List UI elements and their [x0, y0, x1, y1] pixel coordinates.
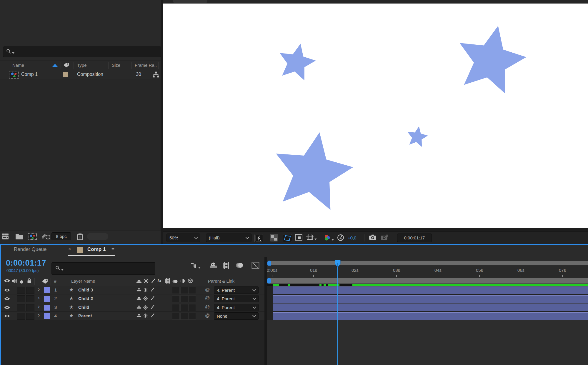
collapse-column-icon[interactable] — [144, 279, 149, 284]
time-navigator-bar[interactable] — [269, 261, 588, 265]
layer-quality-icon[interactable] — [151, 313, 155, 319]
column-type[interactable]: Type — [77, 63, 87, 68]
layer-switch-cell[interactable] — [172, 287, 180, 294]
trash-icon[interactable] — [76, 233, 84, 241]
panel-divider[interactable] — [161, 0, 163, 244]
layer-parent-dropdown[interactable]: 4. Parent — [214, 286, 259, 294]
label-column-tag-icon[interactable] — [42, 279, 48, 285]
new-folder-button[interactable] — [15, 233, 24, 241]
video-column-eye-icon[interactable] — [4, 279, 10, 284]
layer-color-swatch[interactable] — [44, 304, 50, 311]
layer-pickwhip-icon[interactable]: @ — [205, 313, 210, 318]
interpret-footage-button[interactable] — [2, 233, 11, 241]
bit-depth-button[interactable]: 8 bpc — [51, 232, 71, 240]
index-column-label[interactable]: # — [54, 279, 56, 284]
layer-switch-cell[interactable] — [180, 313, 188, 320]
layer-expand-chevron-icon[interactable]: › — [38, 312, 40, 318]
layer-shy-icon[interactable] — [136, 305, 141, 310]
layer-parent-dropdown[interactable]: 4. Parent — [214, 304, 259, 311]
playhead-line[interactable] — [337, 267, 338, 365]
layer-name[interactable]: Child — [78, 305, 89, 310]
layer-visibility-eye-icon[interactable] — [4, 314, 10, 319]
layer-lock-cell[interactable] — [26, 304, 34, 311]
work-area-bar[interactable] — [269, 278, 588, 284]
column-name[interactable]: Name — [12, 63, 24, 68]
layer-switch-cell[interactable] — [188, 287, 196, 294]
current-time-display[interactable]: 0:00:01:17 — [6, 259, 46, 268]
quality-column-icon[interactable] — [151, 278, 156, 284]
layer-expand-chevron-icon[interactable]: › — [38, 304, 40, 310]
layer-pickwhip-icon[interactable]: @ — [205, 287, 210, 292]
layer-name[interactable]: Child 3 — [78, 287, 93, 292]
layer-collapse-icon[interactable] — [143, 288, 148, 294]
snapshot-camera-icon[interactable] — [369, 234, 377, 240]
shy-toggle-button[interactable] — [209, 262, 217, 269]
layer-shy-icon[interactable] — [136, 314, 141, 319]
layer-switch-cell[interactable] — [172, 304, 180, 311]
layer-duration-bar[interactable] — [273, 312, 588, 320]
graph-editor-button[interactable] — [251, 262, 259, 269]
layer-visibility-eye-icon[interactable] — [4, 288, 10, 293]
audio-column-speaker-icon[interactable] — [11, 279, 17, 284]
search-options-chevron-icon[interactable] — [12, 52, 14, 54]
tab-comp-1[interactable]: Comp 1 — [87, 246, 106, 252]
resolution-dropdown[interactable]: (Half) — [206, 234, 251, 242]
layer-collapse-icon[interactable] — [143, 305, 148, 311]
time-ruler[interactable]: 0:00s01s02s03s04s05s06s07s — [267, 266, 588, 278]
parent-link-column-label[interactable]: Parent & Link — [208, 279, 234, 284]
layer-quality-icon[interactable] — [151, 287, 155, 293]
flowchart-icon[interactable] — [152, 71, 159, 79]
lock-column-icon[interactable] — [27, 278, 32, 284]
layer-duration-bar[interactable] — [273, 304, 588, 311]
sort-ascending-icon[interactable] — [52, 64, 58, 67]
composition-canvas[interactable] — [163, 4, 588, 228]
frame-blending-button[interactable] — [222, 262, 229, 269]
layer-parent-dropdown[interactable]: None — [214, 312, 259, 320]
layer-pickwhip-icon[interactable]: @ — [205, 296, 210, 301]
layer-row[interactable]: ›3★Child@4. Parent — [1, 303, 266, 312]
layer-color-swatch[interactable] — [44, 296, 50, 302]
exposure-value[interactable]: +0,0 — [348, 235, 357, 240]
label-color-swatch[interactable] — [63, 72, 68, 77]
new-composition-button[interactable] — [28, 233, 37, 241]
layer-parent-dropdown[interactable]: 4. Parent — [214, 295, 259, 302]
motion-blur-column-icon[interactable] — [171, 279, 179, 285]
fast-preview-button[interactable] — [254, 234, 263, 242]
layer-lock-cell[interactable] — [26, 313, 34, 320]
project-item-row[interactable]: Comp 1 Composition 30 — [0, 70, 161, 79]
proxy-toggle-icon[interactable] — [41, 233, 51, 241]
project-item-name[interactable]: Comp 1 — [21, 72, 38, 77]
layer-switch-cell[interactable] — [180, 304, 188, 311]
layer-name-column-label[interactable]: Layer Name — [71, 279, 95, 284]
playhead-marker[interactable] — [334, 260, 341, 268]
layer-collapse-icon[interactable] — [143, 314, 148, 319]
layer-shy-icon[interactable] — [136, 296, 141, 301]
layer-solo-cell[interactable] — [17, 304, 25, 311]
layer-switch-cell[interactable] — [172, 295, 180, 302]
layer-collapse-icon[interactable] — [143, 296, 148, 302]
frame-blend-column-icon[interactable] — [165, 278, 170, 285]
magnification-dropdown[interactable]: 50% — [166, 234, 200, 242]
layer-solo-cell[interactable] — [17, 313, 25, 320]
layer-quality-icon[interactable] — [151, 304, 155, 311]
composition-mini-flowchart-button[interactable] — [191, 262, 201, 269]
tab-menu-icon[interactable]: ≡ — [111, 246, 114, 252]
channel-selector-button[interactable] — [324, 234, 334, 241]
preview-timecode-display[interactable]: 0:00:01:17 — [397, 234, 432, 242]
work-area-start-handle[interactable] — [267, 278, 271, 284]
motion-blur-button[interactable] — [235, 262, 244, 269]
layer-visibility-eye-icon[interactable] — [4, 296, 10, 302]
layer-row[interactable]: ›2★Child 2@4. Parent — [1, 294, 266, 303]
tab-render-queue[interactable]: Render Queue — [14, 246, 47, 252]
layer-visibility-eye-icon[interactable] — [4, 305, 10, 311]
layer-switch-cell[interactable] — [188, 313, 196, 320]
show-snapshot-icon[interactable] — [381, 234, 388, 240]
layer-solo-cell[interactable] — [17, 287, 25, 294]
layer-quality-icon[interactable] — [151, 296, 155, 302]
grid-guides-button[interactable] — [306, 234, 317, 241]
layer-switch-cell[interactable] — [188, 295, 196, 302]
layer-expand-chevron-icon[interactable]: › — [38, 295, 40, 301]
solo-column-icon[interactable] — [20, 280, 24, 285]
project-search-input[interactable] — [3, 46, 161, 57]
layer-pickwhip-icon[interactable]: @ — [205, 304, 210, 310]
